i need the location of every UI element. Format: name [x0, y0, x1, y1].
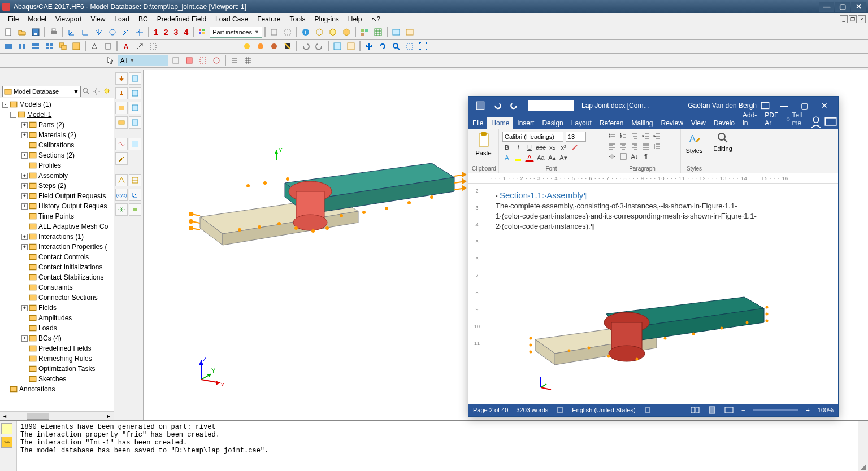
status-words[interactable]: 3203 words [516, 407, 548, 413]
view-4-button[interactable]: 4 [181, 28, 190, 37]
vp-cascade-icon[interactable] [57, 40, 69, 53]
csys-6-icon[interactable] [133, 26, 146, 38]
csys-1-icon[interactable] [66, 26, 78, 38]
query-icon[interactable] [331, 40, 344, 53]
view-read-icon[interactable] [691, 406, 700, 414]
tree-filter-icon[interactable] [82, 87, 91, 96]
fit-icon[interactable] [417, 40, 429, 53]
word-tab-addins[interactable]: Add-in [739, 109, 761, 129]
justify-icon[interactable] [641, 142, 650, 151]
tree-item[interactable]: Connector Sections [0, 293, 114, 303]
tree-expand-icon[interactable]: + [21, 183, 28, 189]
annotation-edit-icon[interactable] [147, 40, 159, 53]
tree-expand-icon[interactable]: + [21, 244, 28, 250]
tree-item[interactable]: Profiles [0, 160, 114, 171]
open-icon[interactable] [16, 26, 28, 38]
selection-filter-combo[interactable]: All▼ [118, 55, 168, 66]
field-output-icon[interactable] [390, 26, 402, 38]
partition-tool-icon[interactable] [129, 174, 141, 186]
csys-5-icon[interactable] [120, 26, 132, 38]
message-log-icon[interactable]: … [1, 423, 12, 434]
mdi-close-button[interactable]: × [858, 15, 866, 23]
tree-item[interactable]: Time Points [0, 211, 114, 221]
zoom-box-icon[interactable] [403, 40, 416, 53]
tree-item[interactable]: Optimization Tasks [0, 364, 114, 374]
box1-icon[interactable] [313, 26, 326, 38]
datum-tool-icon[interactable] [115, 174, 128, 186]
tree-item[interactable]: +Field Output Requests [0, 191, 114, 201]
word-tab-insert[interactable]: Insert [513, 117, 538, 129]
redo-icon[interactable] [313, 40, 326, 53]
sel-opt3-icon[interactable] [197, 54, 209, 67]
pan-icon[interactable] [363, 40, 375, 53]
paste-label[interactable]: Paste [472, 150, 495, 156]
message-cli-icon[interactable]: »» [1, 437, 12, 448]
menu-plugins[interactable]: Plug-ins [310, 14, 344, 24]
styles-label[interactable]: Styles [684, 147, 704, 154]
word-tell-me[interactable]: Tell me [783, 109, 809, 129]
vp2-icon[interactable] [16, 40, 28, 53]
word-vertical-ruler[interactable]: 234567891011 [472, 184, 482, 404]
tree-item[interactable]: Annotations [0, 384, 114, 394]
word-tab-layout[interactable]: Layout [567, 117, 596, 129]
amplitude-tool-icon[interactable] [115, 138, 128, 150]
tree-item[interactable]: +Interaction Properties ( [0, 242, 114, 252]
loadcase-manager-icon[interactable] [129, 116, 141, 129]
tree-item[interactable]: Contact Controls [0, 252, 114, 262]
parallel-icon[interactable] [102, 40, 114, 53]
create-loadcase-tool-icon[interactable] [115, 116, 128, 129]
tree-item[interactable]: -Model-1 [0, 110, 114, 120]
select-arrow-icon[interactable] [104, 54, 116, 67]
highlight-icon[interactable] [514, 153, 523, 162]
menu-viewport[interactable]: Viewport [51, 14, 86, 24]
maximize-button[interactable]: ▢ [835, 2, 850, 12]
history-output-icon[interactable] [403, 26, 416, 38]
print-icon[interactable] [47, 26, 60, 38]
tree-bulb-icon[interactable] [102, 87, 111, 96]
sel-opt2-icon[interactable] [183, 54, 196, 67]
tree-item[interactable]: Loads [0, 323, 114, 333]
tree-expand-icon[interactable]: + [21, 132, 28, 138]
csys-tool-icon[interactable] [129, 189, 141, 201]
word-redo-icon[interactable] [509, 101, 519, 111]
sel-opt1-icon[interactable] [170, 54, 182, 67]
view-web-icon[interactable] [724, 406, 734, 414]
word-tab-review[interactable]: Review [657, 117, 687, 129]
line-spacing-icon[interactable] [653, 142, 662, 151]
create-field-icon[interactable] [268, 40, 280, 53]
font-name-combo[interactable]: Calibri (Headings) [502, 132, 563, 142]
align-right-icon[interactable] [630, 142, 639, 151]
tree-item[interactable]: +Fields [0, 303, 114, 313]
menu-load-case[interactable]: Load Case [211, 14, 253, 24]
tree-hscroll[interactable]: ◄► [0, 411, 114, 420]
tree-settings-icon[interactable] [92, 87, 101, 96]
assembly-display-icon[interactable] [358, 26, 371, 38]
display-group-icon[interactable] [345, 40, 357, 53]
clear-format-icon[interactable] [570, 143, 579, 152]
zoom-icon[interactable] [390, 40, 402, 53]
word-quick-search[interactable] [528, 100, 574, 111]
align-left-icon[interactable] [607, 142, 617, 151]
menu-bc[interactable]: BC [134, 14, 153, 24]
tree-item[interactable]: +Steps (2) [0, 181, 114, 191]
menu-predefined-field[interactable]: Predefined Field [153, 14, 211, 24]
amplitude-manager-icon[interactable] [129, 138, 141, 150]
find-icon[interactable] [717, 132, 729, 144]
word-undo-icon[interactable] [492, 101, 502, 111]
status-macro-icon[interactable] [644, 406, 652, 414]
sel-opt4-icon[interactable] [210, 54, 223, 67]
tree-item[interactable]: Predefined Fields [0, 343, 114, 354]
tree-item[interactable]: +Materials (2) [0, 130, 114, 140]
mesh-display-icon[interactable] [372, 26, 384, 38]
bullets-icon[interactable] [607, 132, 617, 141]
align-center-icon[interactable] [619, 142, 628, 151]
tree-item[interactable]: +Sections (2) [0, 150, 114, 160]
vp3-icon[interactable] [29, 40, 42, 53]
vp4-icon[interactable] [43, 40, 55, 53]
subscript-icon[interactable]: x₂ [548, 143, 557, 152]
view-3-button[interactable]: 3 [172, 28, 181, 37]
menu-load[interactable]: Load [110, 14, 134, 24]
tree-expand-icon[interactable]: + [21, 305, 28, 311]
mdi-minimize-button[interactable]: _ [840, 15, 848, 23]
increase-indent-icon[interactable] [653, 132, 662, 141]
